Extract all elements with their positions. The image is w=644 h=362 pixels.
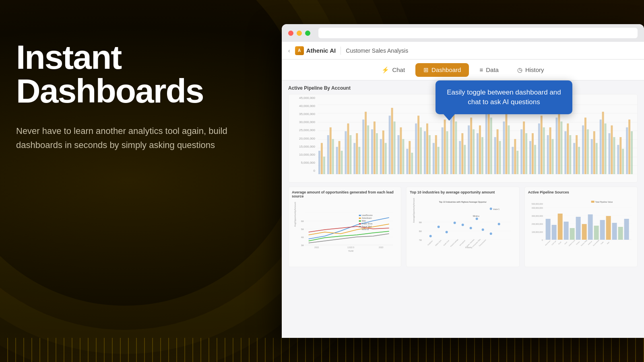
svg-rect-48	[433, 143, 435, 174]
svg-text:2023: 2023	[379, 246, 383, 249]
svg-rect-40	[409, 141, 411, 174]
svg-rect-28	[374, 121, 376, 174]
svg-rect-93	[564, 131, 566, 174]
svg-rect-78	[520, 129, 522, 174]
svg-rect-107	[605, 123, 607, 174]
y-label-40m: 40,000,000	[290, 104, 315, 108]
app-logo: A Athenic AI	[295, 46, 336, 55]
svg-rect-89	[552, 139, 554, 174]
svg-rect-9	[318, 151, 320, 174]
svg-rect-30	[380, 139, 382, 174]
svg-rect-86	[543, 128, 545, 174]
svg-rect-83	[534, 145, 536, 174]
browser-titlebar	[282, 24, 644, 42]
brand-name: Athenic AI	[306, 47, 336, 54]
svg-rect-45	[424, 131, 426, 174]
nav-divider	[341, 47, 341, 55]
svg-text:2022: 2022	[314, 246, 319, 249]
svg-rect-110	[613, 137, 615, 174]
back-button[interactable]: ‹	[288, 47, 290, 54]
svg-point-155	[462, 224, 464, 226]
svg-point-159	[490, 232, 492, 235]
svg-point-160	[498, 223, 500, 225]
dashboard-content: Active Pipeline By Account 0 5,000,000 1…	[282, 80, 644, 338]
svg-rect-19	[347, 123, 349, 174]
svg-text:0: 0	[542, 239, 543, 241]
svg-text:9M: 9M	[419, 221, 422, 224]
dashboard-icon: ⊞	[423, 66, 429, 74]
svg-rect-42	[415, 123, 417, 174]
svg-point-151	[429, 235, 432, 237]
maximize-button[interactable]	[305, 31, 310, 36]
svg-text:Paint/Coatings: Paint/Coatings	[450, 239, 459, 247]
svg-rect-192	[588, 214, 592, 240]
lead-source-title: Average amount of opportunities generate…	[292, 190, 398, 198]
svg-rect-190	[576, 217, 580, 240]
svg-rect-111	[617, 145, 619, 174]
tab-chat[interactable]: ⚡ Chat	[374, 63, 413, 77]
pipeline-bar-svg: Total Pipeline Value 0 100,000,000 200,0…	[528, 197, 634, 249]
svg-rect-137	[359, 223, 361, 224]
svg-rect-33	[389, 116, 391, 175]
y-label-25m: 25,000,000	[290, 128, 315, 132]
close-button[interactable]	[288, 31, 293, 36]
svg-rect-38	[402, 139, 404, 174]
tab-data[interactable]: ≡ Data	[471, 63, 506, 76]
svg-rect-66	[485, 114, 487, 174]
svg-rect-12	[327, 135, 329, 174]
svg-text:Audit Cont: Audit Cont	[443, 239, 450, 246]
svg-rect-103	[593, 131, 595, 174]
svg-rect-69	[494, 137, 496, 174]
svg-text:YEAR: YEAR	[348, 250, 354, 252]
heading-line1: Instant	[16, 38, 121, 76]
svg-text:300,000,000: 300,000,000	[532, 215, 543, 217]
tab-dashboard[interactable]: ⊞ Dashboard	[415, 63, 469, 77]
svg-rect-97	[576, 135, 578, 174]
svg-rect-13	[330, 128, 332, 174]
svg-point-157	[476, 218, 478, 220]
svg-rect-91	[558, 110, 560, 174]
pipeline-sources-title: Active Pipeline Sources	[528, 190, 634, 194]
svg-text:Total Pipeline Value: Total Pipeline Value	[595, 201, 613, 203]
svg-text:Trade Show: Trade Show	[362, 222, 373, 225]
svg-rect-84	[538, 123, 540, 174]
svg-point-158	[482, 228, 484, 231]
svg-text:Web: Web	[607, 241, 610, 245]
minimize-button[interactable]	[297, 31, 302, 36]
svg-rect-172	[591, 201, 594, 203]
svg-rect-60	[468, 125, 470, 174]
address-bar[interactable]	[318, 28, 638, 38]
svg-text:7M: 7M	[419, 239, 422, 241]
svg-rect-44	[420, 128, 422, 174]
svg-text:200,000,000: 200,000,000	[532, 223, 543, 225]
y-label-35m: 35,000,000	[290, 112, 315, 116]
svg-point-156	[470, 227, 472, 229]
svg-rect-71	[499, 141, 501, 174]
svg-text:Trade: Trade	[600, 241, 604, 245]
svg-rect-37	[400, 128, 402, 174]
tab-history-label: History	[525, 66, 544, 73]
svg-rect-73	[505, 114, 507, 174]
svg-text:Aerospace: Aerospace	[459, 239, 466, 247]
svg-rect-198	[624, 219, 629, 240]
tab-history[interactable]: ◷ History	[509, 63, 552, 77]
svg-rect-191	[582, 224, 586, 240]
svg-rect-49	[435, 135, 437, 174]
svg-text:Minimu: Minimu	[473, 215, 479, 217]
svg-rect-186	[551, 225, 556, 240]
svg-rect-76	[514, 139, 516, 174]
page-title: Customer Sales Analysis	[346, 47, 408, 54]
svg-text:3M: 3M	[301, 244, 304, 247]
svg-text:Partner: Partner	[576, 241, 580, 245]
svg-text:400,000,000: 400,000,000	[532, 207, 543, 209]
svg-text:4M: 4M	[301, 236, 304, 239]
svg-rect-194	[600, 220, 605, 240]
sub-text: Never have to learn another analytics to…	[16, 124, 242, 152]
svg-rect-43	[417, 116, 419, 175]
svg-rect-54	[450, 117, 452, 174]
svg-text:Social Med: Social Med	[362, 225, 372, 228]
svg-rect-197	[618, 227, 623, 240]
pipeline-sources-chart: Active Pipeline Sources Total Pipeline V…	[524, 187, 638, 267]
svg-rect-82	[532, 133, 534, 174]
left-panel: Instant Dashboards Never have to learn a…	[16, 40, 242, 152]
